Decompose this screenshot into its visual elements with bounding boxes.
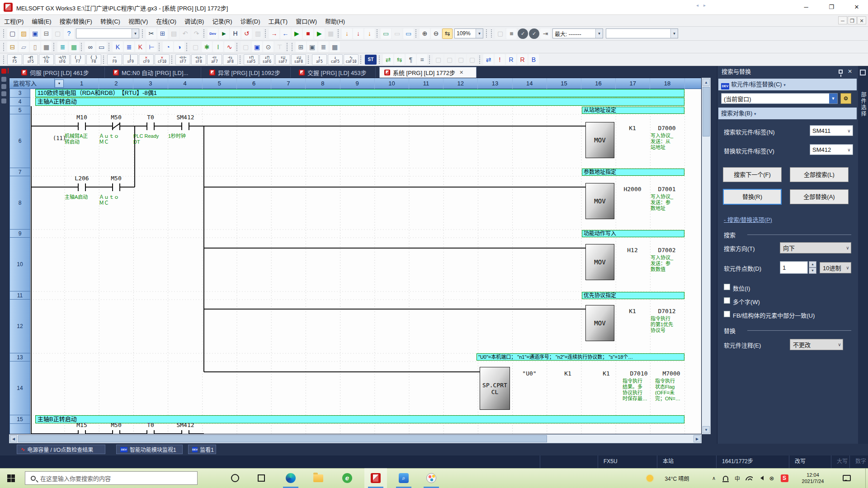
menu-编辑(E)[interactable]: 编辑(E) (28, 15, 55, 27)
open-folder-icon[interactable]: ▨ (19, 28, 29, 39)
menu-转换(C)[interactable]: 转换(C) (96, 15, 124, 27)
copy-doc-icon[interactable]: ▢ (52, 28, 63, 39)
notification-bell-icon[interactable] (721, 468, 731, 488)
row-number-13[interactable]: 13 (9, 353, 30, 361)
fb-partial-checkbox[interactable] (724, 311, 730, 317)
ladder-key-sF9[interactable]: │sF9 (123, 54, 138, 65)
weather-text[interactable]: 34°C 晴朗 (656, 468, 698, 488)
print-icon[interactable]: ⊟ (41, 28, 52, 39)
pc-monitor-icon[interactable]: ▭ (381, 28, 391, 39)
panel-close-icon[interactable]: ✕ (848, 68, 852, 75)
contact-L206-no[interactable] (78, 183, 86, 191)
ladder-key-cF9[interactable]: ✕cF9 (139, 54, 154, 65)
terminal-monitor-icon[interactable]: ► (219, 28, 229, 39)
find-all-button[interactable]: 全部搜索(L) (790, 167, 849, 182)
row-number-8[interactable]: 8 (9, 176, 30, 230)
label-edit-icon[interactable]: I (213, 42, 223, 52)
start-button[interactable] (0, 468, 22, 488)
monitor-start-icon[interactable]: ▶ (292, 28, 302, 39)
insert-col-icon[interactable]: ⇆ (394, 54, 405, 65)
ladder-editor[interactable]: 监视写入 ▾ 123456789101112131415161718 34567… (9, 78, 702, 434)
jump-read-icon[interactable]: ↓ (364, 28, 375, 39)
ladder-vscrollbar[interactable]: ▲ ▼ (702, 78, 711, 434)
cross-connect-icon[interactable]: ⇄ (483, 54, 494, 65)
ladder-key-aF5[interactable]: ↑aF5 (312, 54, 327, 65)
pc-gray-icon[interactable]: ▭ (392, 28, 402, 39)
row-number-9[interactable]: 9 (9, 230, 30, 238)
window-cascade-icon[interactable]: ▱ (19, 42, 29, 52)
ladder-key-saF5[interactable]: ↑⊓saF5 (244, 54, 259, 65)
find-window-icon[interactable]: ▭ (96, 42, 107, 52)
comment-icon[interactable]: ¶ (406, 54, 416, 65)
edit-1-icon[interactable]: ▢ (433, 54, 443, 65)
ladder-key-aF8[interactable]: ⊣↓aF8 (223, 54, 238, 65)
weather-icon[interactable] (644, 468, 655, 488)
mov-instruction-block[interactable]: MOV (585, 183, 614, 219)
pin-icon[interactable] (839, 70, 843, 74)
fb-green-icon[interactable]: ✱ (202, 42, 212, 52)
check-circle-2-icon[interactable]: ✓ (529, 28, 539, 39)
project-tree-icon[interactable]: ⊟ (7, 42, 18, 52)
explorer-taskbar-button[interactable] (307, 468, 330, 488)
row-number-10[interactable]: 10 (9, 238, 30, 291)
st-inline-button[interactable]: ST (365, 55, 377, 65)
tab-scroll-right-icon[interactable]: ▸ (703, 3, 706, 8)
dev-r-icon[interactable]: R (517, 54, 528, 65)
ladder-key-F5[interactable]: ⊣⊢F5 (7, 54, 22, 65)
dock-tab-icon[interactable] (1, 91, 6, 96)
close-button[interactable]: ✕ (846, 0, 867, 14)
check-circle-1-icon[interactable]: ✓ (518, 28, 528, 39)
contact-M10-no[interactable] (78, 122, 86, 130)
ladder-key-sF8[interactable]: ⊣↓⊢sF8 (191, 54, 206, 65)
taskbar-clock[interactable]: 12:04 2021/7/24 (794, 468, 832, 488)
copy-icon[interactable]: ⊞ (157, 28, 168, 39)
row-number-11[interactable]: 11 (9, 291, 30, 300)
row-number-14[interactable]: 14 (9, 361, 30, 415)
rack-icon[interactable]: ▦ (326, 28, 336, 39)
menu-搜索/替换(F)[interactable]: 搜索/替换(F) (56, 15, 96, 27)
watch-1-icon[interactable]: ◔ (163, 42, 173, 52)
device-wrench-icon[interactable]: ▣ (252, 42, 262, 52)
window-list-icon[interactable]: ≣ (318, 42, 329, 52)
scope-combobox[interactable]: (当前窗口)▼ (721, 93, 838, 104)
insert-row-icon[interactable]: ⇄ (383, 54, 393, 65)
save-icon[interactable]: ▣ (30, 28, 40, 39)
replace-device-combobox[interactable]: SM412∨ (810, 144, 853, 155)
dock-tab-icon[interactable] (1, 84, 6, 89)
window-detail-icon[interactable]: ▦ (330, 42, 340, 52)
action-center-icon[interactable] (839, 468, 854, 488)
scroll-left-icon[interactable]: ◀ (10, 435, 17, 442)
zoom-out-icon[interactable]: ⊖ (431, 28, 441, 39)
row-number-15[interactable]: 15 (9, 415, 30, 424)
contact-M50-no[interactable] (112, 430, 120, 434)
jump-insert-icon[interactable]: ↓ (353, 28, 363, 39)
jump-write-icon[interactable]: ↓ (342, 28, 352, 39)
hscroll-thumb[interactable] (18, 435, 547, 442)
ladder-key-saF7[interactable]: ↑⊔saF7 (275, 54, 290, 65)
row-number-5[interactable]: 5 (9, 106, 30, 114)
monitor-mode-dropdown[interactable]: ▾ (55, 80, 64, 88)
fb-gray-icon[interactable]: ▢ (190, 42, 201, 52)
grid-view-icon[interactable]: ▦ (69, 42, 79, 52)
menu-工具(T)[interactable]: 工具(T) (264, 15, 292, 27)
contact-SM412-no[interactable] (181, 122, 189, 130)
dev-b-icon[interactable]: B (528, 54, 539, 65)
project-combobox[interactable]: ▾ (76, 28, 139, 38)
zoom-level-combobox[interactable]: 109%▾ (454, 28, 483, 38)
ladder-key-F6[interactable]: ⊣/⊢F6 (39, 54, 54, 65)
scroll-down-icon[interactable]: ▼ (703, 426, 710, 433)
find-device-combobox[interactable]: SM411∨ (810, 125, 853, 136)
capture-icon[interactable]: ▢ (495, 28, 505, 39)
ladder-key-F9[interactable]: ─F9 (107, 54, 122, 65)
scope-settings-icon[interactable]: ⚙ (840, 93, 851, 104)
new-file-icon[interactable]: ▢ (7, 28, 18, 39)
menu-调试(B)[interactable]: 调试(B) (180, 15, 208, 27)
sp-cprtcl-block[interactable]: SP.CPRT CL (480, 367, 510, 410)
watch-2-icon[interactable]: ◑ (174, 42, 184, 52)
statement-icon[interactable]: ≡ (417, 54, 427, 65)
paint-taskbar-button[interactable] (420, 468, 443, 488)
device-find-icon[interactable]: Dev (208, 28, 218, 39)
dock-tab-智能功能模块监视1[interactable]: DEV智能功能模块监视1 (116, 445, 183, 454)
row-number-4[interactable]: 4 (9, 98, 30, 106)
monitor-app-taskbar-button[interactable]: ⌕ (392, 468, 415, 488)
